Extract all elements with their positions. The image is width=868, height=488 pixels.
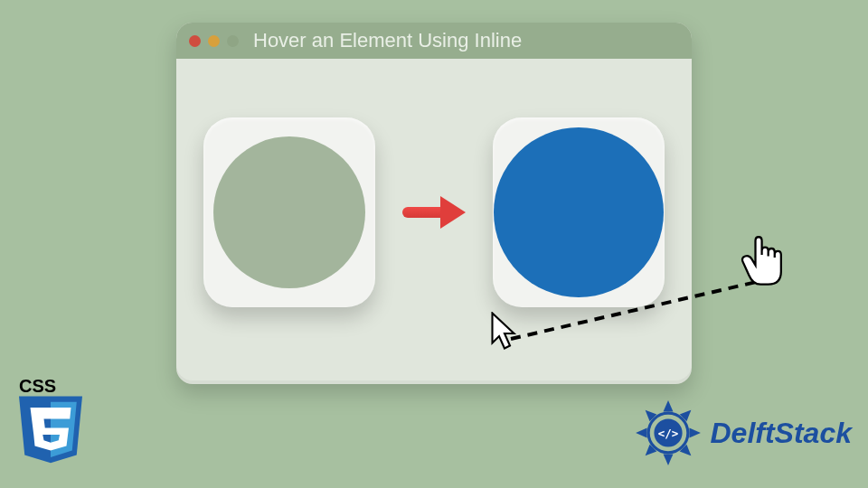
css3-badge-label: CSS xyxy=(19,376,56,396)
cursor-hand-icon xyxy=(737,233,789,295)
window-title: Hover an Element Using Inline xyxy=(253,29,522,52)
arrow-icon xyxy=(402,196,466,229)
svg-text:</>: </> xyxy=(657,427,678,440)
delftstack-wordmark: DelftStack xyxy=(711,417,853,450)
circle-default xyxy=(213,136,365,288)
card-hovered-state xyxy=(493,117,665,307)
svg-marker-7 xyxy=(636,428,646,438)
delftstack-emblem-icon: </> xyxy=(633,398,703,468)
close-icon[interactable] xyxy=(189,35,201,47)
browser-window-mock: Hover an Element Using Inline xyxy=(176,23,692,384)
window-content xyxy=(176,59,692,384)
cursor-arrow-icon xyxy=(491,312,524,355)
css3-badge-icon: CSS xyxy=(14,376,87,470)
circle-hovered xyxy=(494,127,664,297)
minimize-icon[interactable] xyxy=(208,35,220,47)
traffic-lights xyxy=(189,35,239,47)
card-default-state xyxy=(203,117,375,307)
svg-marker-5 xyxy=(663,454,673,465)
maximize-icon[interactable] xyxy=(227,35,239,47)
delftstack-logo: </> DelftStack xyxy=(633,398,853,468)
window-titlebar: Hover an Element Using Inline xyxy=(176,23,692,59)
svg-marker-3 xyxy=(689,428,700,438)
svg-marker-1 xyxy=(663,400,673,411)
